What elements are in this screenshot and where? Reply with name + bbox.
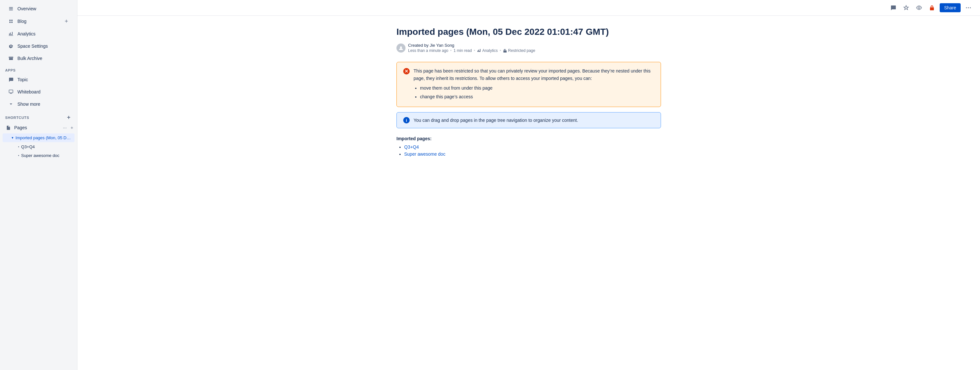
- sidebar-tree-child-0[interactable]: • Q3+Q4: [3, 143, 75, 151]
- chevron-down-icon: ▾: [12, 136, 14, 140]
- sidebar-item-overview[interactable]: Overview: [3, 3, 75, 14]
- sidebar-item-analytics[interactable]: Analytics: [3, 28, 75, 40]
- page-title: Imported pages (Mon, 05 Dec 2022 01:01:4…: [396, 26, 661, 38]
- meta-details: Less than a minute ago • 1 min read • An…: [408, 48, 535, 53]
- chevron-down-icon: [8, 101, 14, 107]
- warning-body: This page has been restricted so that yo…: [414, 67, 654, 102]
- svg-point-8: [968, 7, 969, 8]
- analytics-label: Analytics: [482, 48, 498, 53]
- warning-bullet-1: change this page’s access: [420, 93, 654, 100]
- warning-text: This page has been restricted so that yo…: [414, 68, 651, 81]
- warning-bullets: move them out from under this page chang…: [414, 84, 654, 100]
- pages-more-button[interactable]: ···: [62, 124, 68, 131]
- menu-icon: [8, 5, 14, 12]
- sidebar-tree-child-0-label: Q3+Q4: [21, 145, 35, 149]
- imported-label: Imported pages:: [396, 136, 661, 141]
- main-content: Share Imported pages (Mon, 05 Dec 2022 0…: [78, 0, 980, 370]
- share-button[interactable]: Share: [940, 3, 961, 12]
- sidebar-show-more[interactable]: Show more: [3, 98, 75, 110]
- sidebar-tree-parent[interactable]: ▾ Imported pages (Mon, 05 Dec 2022 01:01…: [3, 133, 75, 142]
- analytics-link[interactable]: Analytics: [477, 48, 498, 53]
- topbar: Share: [78, 0, 980, 16]
- svg-point-9: [970, 7, 971, 8]
- bullet-icon: •: [18, 145, 19, 149]
- info-icon: i: [403, 117, 410, 124]
- sidebar-item-bulk-archive[interactable]: Bulk Archive: [3, 52, 75, 64]
- watch-button[interactable]: [914, 3, 924, 13]
- meta-read-time: 1 min read: [453, 48, 472, 53]
- svg-rect-2: [9, 10, 13, 10]
- page-meta: Created by Jie Yan Song Less than a minu…: [396, 43, 661, 53]
- blog-add-button[interactable]: +: [63, 18, 69, 25]
- info-banner: i You can drag and drop pages in the pag…: [396, 112, 661, 128]
- svg-rect-1: [9, 8, 13, 9]
- avatar: [396, 43, 406, 52]
- pages-add-button[interactable]: +: [69, 124, 75, 131]
- sidebar: Overview Blog + Analytics Space Settings: [0, 0, 78, 370]
- sidebar-tree-parent-label: Imported pages (Mon, 05 Dec 2022 01:01:4…: [16, 135, 72, 140]
- svg-point-6: [918, 7, 920, 9]
- more-actions-button[interactable]: [963, 3, 974, 13]
- sidebar-item-whiteboard-label: Whiteboard: [18, 89, 69, 94]
- svg-text:i: i: [406, 118, 407, 123]
- sidebar-tree-child-1-label: Super awesome doc: [21, 153, 60, 158]
- sidebar-item-space-settings[interactable]: Space Settings: [3, 40, 75, 52]
- speech-icon: [8, 76, 14, 83]
- restricted-label: Restricted page: [508, 48, 535, 53]
- pages-row: Pages ··· +: [0, 122, 77, 133]
- sidebar-item-space-settings-label: Space Settings: [18, 43, 69, 49]
- meta-time: Less than a minute ago: [408, 48, 449, 53]
- gear-icon: [8, 43, 14, 49]
- svg-rect-3: [9, 90, 13, 93]
- archive-icon: [8, 55, 14, 62]
- warning-bullet-0: move them out from under this page: [420, 84, 654, 92]
- imported-link-0[interactable]: Q3+Q4: [404, 145, 419, 149]
- imported-pages-section: Imported pages: Q3+Q4 Super awesome doc: [396, 136, 661, 157]
- apps-section-label: APPS: [0, 65, 77, 73]
- show-more-label: Show more: [18, 102, 69, 107]
- chart-icon: [8, 31, 14, 37]
- whiteboard-icon: [8, 89, 14, 95]
- imported-link-1[interactable]: Super awesome doc: [404, 151, 445, 157]
- shortcuts-section-label: SHORTCUTS +: [0, 110, 77, 122]
- svg-rect-0: [9, 7, 13, 8]
- warning-icon: ✕: [403, 68, 410, 75]
- lock-button[interactable]: [927, 3, 937, 13]
- star-button[interactable]: [901, 3, 911, 13]
- meta-info: Created by Jie Yan Song Less than a minu…: [408, 43, 535, 53]
- sidebar-item-blog[interactable]: Blog +: [3, 15, 75, 27]
- sidebar-tree-child-1[interactable]: • Super awesome doc: [3, 151, 75, 160]
- sidebar-item-whiteboard[interactable]: Whiteboard: [3, 86, 75, 98]
- info-text: You can drag and drop pages in the page …: [414, 118, 578, 123]
- sidebar-item-topic-label: Topic: [18, 77, 69, 82]
- pages-label[interactable]: Pages: [12, 124, 62, 132]
- imported-list-item-1: Super awesome doc: [404, 151, 661, 157]
- quote-icon: [8, 18, 14, 24]
- imported-list-item-0: Q3+Q4: [404, 145, 661, 149]
- svg-point-7: [966, 7, 967, 8]
- bullet-icon: •: [18, 154, 19, 157]
- imported-list: Q3+Q4 Super awesome doc: [396, 145, 661, 157]
- sidebar-item-topic[interactable]: Topic: [3, 74, 75, 86]
- page-content: Imported pages (Mon, 05 Dec 2022 01:01:4…: [383, 16, 674, 178]
- shortcuts-add-button[interactable]: +: [67, 114, 71, 121]
- svg-rect-5: [11, 93, 11, 94]
- restricted-link[interactable]: Restricted page: [503, 48, 535, 53]
- meta-author: Created by Jie Yan Song: [408, 43, 535, 48]
- svg-text:✕: ✕: [404, 69, 408, 74]
- sidebar-item-analytics-label: Analytics: [18, 31, 69, 37]
- svg-point-10: [400, 46, 402, 48]
- comment-button[interactable]: [888, 3, 898, 13]
- pages-actions: ··· +: [62, 124, 75, 131]
- sidebar-item-blog-label: Blog: [18, 19, 60, 24]
- sidebar-item-overview-label: Overview: [18, 6, 69, 11]
- restriction-warning: ✕ This page has been restricted so that …: [396, 62, 661, 107]
- sidebar-item-bulk-archive-label: Bulk Archive: [18, 56, 69, 61]
- pages-icon: [5, 124, 12, 131]
